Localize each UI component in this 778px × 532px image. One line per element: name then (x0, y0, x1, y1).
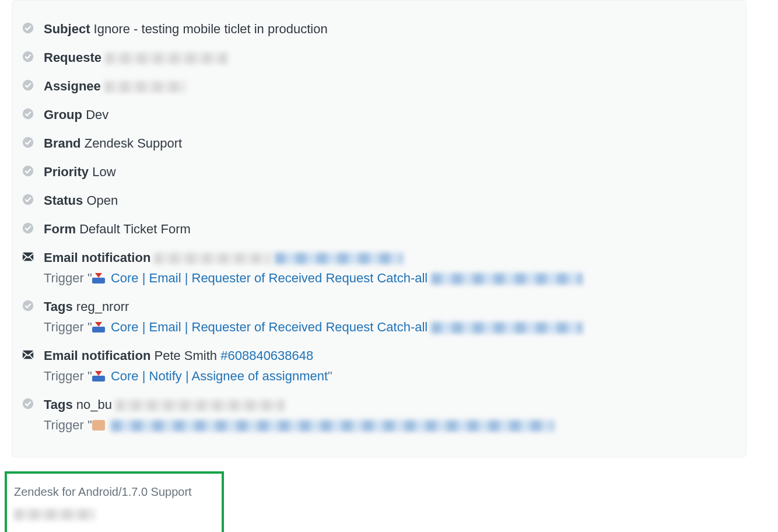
event-label: Brand (44, 136, 81, 150)
event-value: reg_nrorr (76, 299, 129, 314)
svg-point-2 (23, 80, 33, 90)
trigger-link[interactable]: Core | Email | Requester of Received Req… (111, 271, 427, 285)
event-label: Subject (44, 22, 90, 36)
event-value: Ignore - testing mobile ticlet in produc… (94, 22, 328, 36)
mail-icon (22, 348, 34, 361)
redacted-content (275, 253, 403, 264)
client-location: Ireland (14, 529, 215, 532)
event-label: Tags (44, 397, 73, 412)
event-row: Form Default Ticket Form (22, 215, 737, 243)
trigger-line: Trigger " Core | Email | Requester of Re… (44, 268, 737, 288)
check-circle-icon (22, 193, 34, 206)
hand-icon (92, 420, 105, 430)
client-app-version: Zendesk for Android/1.7.0 Support (14, 483, 215, 501)
redacted-content (115, 400, 285, 411)
ticket-reference-link[interactable]: #608840638648 (220, 348, 313, 363)
event-header: Email notification Pete Smith #608840638… (44, 346, 737, 365)
event-header: Form Default Ticket Form (44, 219, 737, 239)
event-row: Group Dev (22, 100, 737, 129)
redacted-content (105, 52, 227, 64)
check-circle-icon (22, 22, 34, 34)
check-circle-icon (22, 79, 34, 92)
svg-point-6 (23, 194, 33, 205)
event-row: Email notification Trigger " Core | Emai… (22, 243, 737, 292)
svg-point-9 (23, 300, 33, 311)
event-header: Group Dev (44, 105, 737, 124)
client-info-box: Zendesk for Android/1.7.0 Support Irelan… (5, 471, 224, 532)
trigger-prefix: Trigger " (44, 418, 92, 432)
svg-point-7 (23, 223, 33, 233)
svg-point-5 (23, 166, 33, 176)
event-value: Open (86, 193, 118, 208)
trigger-prefix: Trigger " (44, 320, 92, 334)
event-label: Requeste (44, 50, 101, 65)
event-label: Status (44, 193, 83, 208)
event-header: Tags no_bu (44, 395, 737, 414)
svg-point-0 (23, 23, 33, 33)
event-row: Priority Low (22, 158, 737, 186)
trigger-prefix: Trigger " (44, 271, 92, 285)
event-header: Subject Ignore - testing mobile ticlet i… (44, 19, 737, 38)
svg-point-11 (23, 398, 33, 409)
event-row: Tags no_bu Trigger " (22, 390, 737, 439)
event-value: Low (92, 164, 115, 179)
event-header: Tags reg_nrorr (44, 297, 737, 316)
event-value: Dev (86, 107, 108, 122)
check-circle-icon (22, 299, 34, 312)
event-row: Status Open (22, 186, 737, 215)
trigger-line: Trigger " Core | Notify | Assignee of as… (44, 366, 737, 386)
svg-point-3 (23, 108, 33, 119)
event-label: Tags (44, 299, 73, 314)
inbox-tray-icon (92, 273, 105, 284)
svg-point-4 (23, 137, 33, 148)
redacted-content (104, 81, 186, 93)
event-value: Pete Smith (154, 348, 217, 363)
event-header: Status Open (44, 191, 737, 210)
trigger-prefix: Trigger " (44, 369, 92, 383)
event-row: Assignee (22, 72, 737, 100)
trigger-suffix: " (328, 369, 332, 383)
inbox-tray-icon (92, 371, 105, 382)
event-value: Default Ticket Form (79, 222, 191, 236)
event-header: Brand Zendesk Support (44, 134, 737, 153)
redacted-content (111, 420, 554, 432)
trigger-link[interactable]: Core | Notify | Assignee of assignment (111, 369, 328, 383)
svg-point-1 (23, 51, 33, 62)
event-header: Requeste (44, 48, 737, 67)
inbox-tray-icon (92, 322, 105, 332)
event-label: Email notification (44, 250, 150, 265)
check-circle-icon (22, 107, 34, 120)
check-circle-icon (22, 50, 34, 63)
event-label: Assignee (44, 79, 101, 93)
mail-icon (22, 250, 34, 263)
event-header: Priority Low (44, 162, 737, 181)
event-label: Group (44, 107, 82, 122)
event-value: Zendesk Support (85, 136, 183, 150)
event-row: Email notification Pete Smith #608840638… (22, 341, 737, 390)
check-circle-icon (22, 164, 34, 177)
event-header: Assignee (44, 76, 737, 96)
event-row: Subject Ignore - testing mobile ticlet i… (22, 15, 737, 43)
event-row: Tags reg_nrorr Trigger " Core | Email | … (22, 292, 737, 341)
event-header: Email notification (44, 248, 737, 267)
check-circle-icon (22, 136, 34, 149)
event-row: Brand Zendesk Support (22, 129, 737, 158)
trigger-line: Trigger " (44, 415, 737, 435)
trigger-link[interactable]: Core | Email | Requester of Received Req… (111, 320, 427, 334)
redacted-content (431, 273, 583, 285)
event-label: Priority (44, 164, 89, 179)
event-label: Email notification (44, 348, 150, 363)
client-info-redacted (14, 504, 215, 523)
event-label: Form (44, 222, 76, 236)
redacted-content (431, 322, 583, 334)
ticket-events-panel: Subject Ignore - testing mobile ticlet i… (12, 0, 747, 457)
event-row: Requeste (22, 43, 737, 72)
check-circle-icon (22, 222, 34, 235)
trigger-line: Trigger " Core | Email | Requester of Re… (44, 317, 737, 337)
redacted-content (154, 253, 271, 264)
event-value: no_bu (76, 397, 112, 412)
check-circle-icon (22, 397, 34, 410)
